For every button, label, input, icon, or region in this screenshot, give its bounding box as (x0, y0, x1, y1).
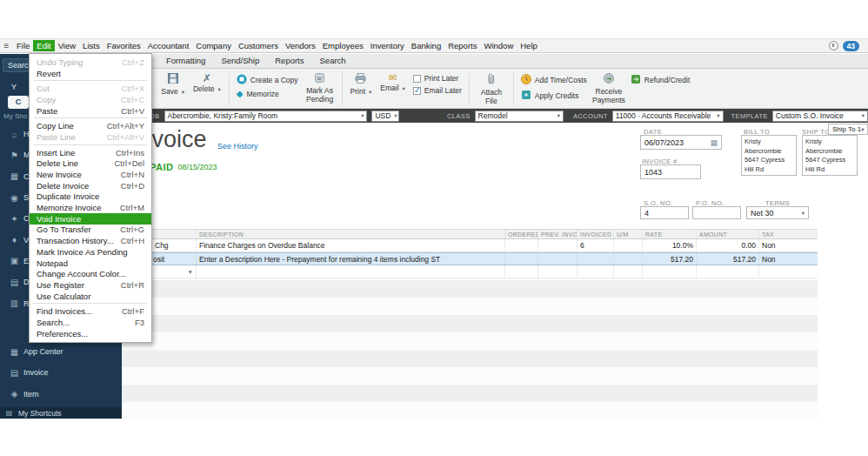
sidebar-item-item[interactable]: ◈Item (0, 384, 122, 405)
menu-item-find-invoices[interactable]: Find Invoices...Ctrl+F (30, 305, 151, 317)
ordered-cell[interactable] (504, 253, 537, 265)
menubar-item-accountant[interactable]: Accountant (144, 40, 193, 51)
account-select[interactable]: 11000 · Accounts Receivable▾ (612, 111, 724, 122)
menu-item-change-account-color[interactable]: Change Account Color... (30, 268, 151, 279)
notification-badge[interactable]: 43 (843, 41, 859, 51)
amount-cell[interactable]: 517.20 (696, 253, 758, 265)
my-shortcuts-footer[interactable]: ▤My Shortcuts (0, 407, 122, 419)
print-button[interactable]: Print▾ (346, 72, 377, 97)
menu-item-transaction-history[interactable]: Transaction History...Ctrl+H (30, 235, 151, 246)
bill-to-field[interactable]: Kristy Abercrombie 5647 Cypress Hill Rd … (741, 135, 797, 176)
tax-cell[interactable]: Non (758, 253, 793, 265)
menubar-item-favorites[interactable]: Favorites (103, 40, 144, 51)
menu-item-void-invoice[interactable]: Void Invoice (30, 213, 151, 225)
print-later-checkbox[interactable]: Print Later (413, 74, 462, 83)
menu-item-insert-line[interactable]: Insert LineCtrl+Ins (30, 147, 151, 158)
menubar-item-edit[interactable]: Edit (33, 40, 54, 51)
menubar-item-view[interactable]: View (55, 40, 79, 51)
class-select[interactable]: Remodel▾ (475, 111, 564, 122)
menu-item-delete-line[interactable]: Delete LineCtrl+Del (30, 158, 151, 170)
delete-button[interactable]: ✗ Delete▾ (189, 72, 225, 95)
create-copy-button[interactable]: Create a Copy (237, 74, 298, 86)
add-time-costs-button[interactable]: Add Time/Costs (521, 74, 587, 86)
template-select[interactable]: Custom S.O. Invoice▾ (772, 111, 868, 122)
ship-to-field[interactable]: Kristy Abercrombie 5647 Cypress Hill Rd … (802, 135, 858, 176)
menu-item-use-calculator[interactable]: Use Calculator (30, 291, 151, 302)
description-cell[interactable]: Finance Charges on Overdue Balance (196, 239, 504, 251)
um-cell[interactable] (613, 239, 642, 251)
menubar-item-file[interactable]: File (13, 40, 33, 51)
sidebar-item-invoice[interactable]: ▤Invoice (0, 362, 122, 383)
menubar-item-vendors[interactable]: Vendors (282, 40, 319, 51)
customer-job-select[interactable]: Abercrombie, Kristy:Family Room▾ (164, 111, 368, 122)
menubar-item-employees[interactable]: Employees (319, 40, 367, 51)
menu-item-revert[interactable]: Revert (30, 68, 151, 79)
refund-credit-button[interactable]: Refund/Credit (631, 74, 690, 86)
apply-credits-button[interactable]: Apply Credits (521, 90, 587, 102)
menubar-item-company[interactable]: Company (192, 40, 235, 51)
menu-item-copy-line[interactable]: Copy LineCtrl+Alt+Y (30, 120, 151, 131)
menu-item-new-invoice[interactable]: New InvoiceCtrl+N (30, 169, 151, 180)
prev-invoiced-cell[interactable] (537, 239, 577, 251)
menubar-item-lists[interactable]: Lists (79, 40, 103, 51)
memorize-button[interactable]: ◆Memorize (237, 90, 298, 98)
email-later-checkbox[interactable]: Email Later (413, 86, 462, 95)
menu-item-delete-invoice[interactable]: Delete InvoiceCtrl+D (30, 180, 151, 191)
menu-item-preferences[interactable]: Preferences... (30, 328, 151, 339)
menubar-item-customers[interactable]: Customers (235, 40, 282, 51)
date-field[interactable]: 06/07/2023▦ (640, 135, 722, 150)
menu-item-paste[interactable]: PasteCtrl+V (30, 105, 151, 117)
menu-toggle-icon[interactable]: ≡ (0, 41, 13, 50)
sidebar-button-fragment[interactable]: C (8, 96, 29, 109)
invoiced-cell[interactable] (577, 265, 613, 278)
tab-formatting[interactable]: Formatting (158, 55, 213, 67)
ordered-cell[interactable] (504, 239, 537, 251)
terms-select[interactable]: Net 30▾ (746, 206, 809, 219)
prev-invoiced-cell[interactable] (537, 253, 577, 265)
description-cell[interactable]: Enter a Description Here - Prepayment fo… (196, 253, 504, 265)
attach-file-button[interactable]: Attach File (473, 72, 510, 106)
see-history-link[interactable]: See History (217, 142, 258, 151)
invoiced-cell[interactable]: 6 (577, 239, 613, 251)
po-number-field[interactable] (692, 206, 741, 219)
amount-cell[interactable]: 0.00 (696, 239, 758, 251)
amount-cell[interactable] (696, 265, 758, 278)
item-dropdown-caret-icon[interactable]: ▼ (188, 269, 193, 275)
menu-item-notepad[interactable]: Notepad (30, 258, 151, 269)
receive-payments-button[interactable]: Receive Payments (591, 72, 627, 105)
rate-cell[interactable] (642, 265, 696, 278)
prev-invoiced-cell[interactable] (537, 265, 577, 278)
menubar-item-window[interactable]: Window (480, 40, 517, 51)
tab-search[interactable]: Search (312, 55, 354, 67)
description-cell[interactable] (196, 265, 504, 278)
menu-item-mark-invoice-as-pending[interactable]: Mark Invoice As Pending (30, 246, 151, 258)
so-number-field[interactable]: 4 (640, 206, 689, 219)
sidebar-item-app-center[interactable]: ▦App Center (0, 341, 122, 362)
menubar-item-help[interactable]: Help (517, 40, 541, 51)
rate-cell[interactable]: 10.0% (642, 239, 696, 251)
mark-as-pending-button[interactable]: Mark As Pending (302, 72, 338, 104)
menubar-item-banking[interactable]: Banking (408, 40, 444, 51)
um-cell[interactable] (613, 265, 642, 278)
email-button[interactable]: ✉ Email▾ (376, 72, 410, 94)
invoice-number-field[interactable]: 1043 (640, 164, 701, 179)
um-cell[interactable] (613, 253, 642, 265)
menu-item-go-to-transfer[interactable]: Go To TransferCtrl+G (30, 225, 151, 236)
menubar-item-reports[interactable]: Reports (444, 40, 480, 51)
ship-to-select[interactable]: Ship To 1▾ (828, 124, 868, 135)
invoiced-cell[interactable] (577, 253, 613, 265)
menu-item-search[interactable]: Search...F3 (30, 317, 151, 328)
calendar-picker-icon[interactable]: ▦ (710, 138, 718, 147)
menubar-item-inventory[interactable]: Inventory (367, 40, 408, 51)
menu-item-use-register[interactable]: Use RegisterCtrl+R (30, 279, 151, 291)
menu-item-duplicate-invoice[interactable]: Duplicate Invoice (30, 191, 151, 203)
currency-select[interactable]: USD▾ (371, 111, 399, 122)
tab-send-ship[interactable]: Send/Ship (213, 55, 267, 67)
menu-item-memorize-invoice[interactable]: Memorize InvoiceCtrl+M (30, 202, 151, 213)
save-button[interactable]: Save▾ (157, 72, 189, 97)
clock-icon[interactable] (829, 41, 838, 50)
tab-reports[interactable]: Reports (267, 55, 311, 67)
ordered-cell[interactable] (504, 265, 537, 278)
tax-cell[interactable]: Non (758, 239, 793, 251)
rate-cell[interactable]: 517.20 (642, 253, 696, 265)
